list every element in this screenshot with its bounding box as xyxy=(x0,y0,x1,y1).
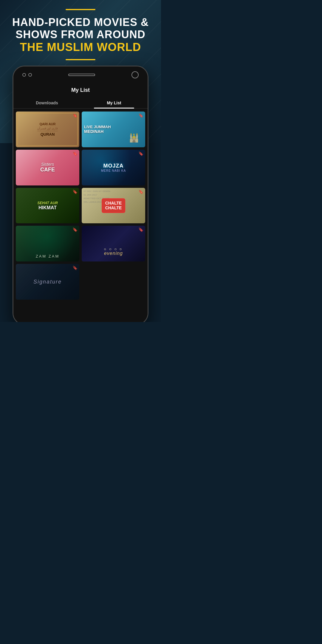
bookmark-icon[interactable]: 🔖 xyxy=(72,113,78,118)
zamzam-title: ZAM ZAM xyxy=(36,254,60,258)
hero-accent-top xyxy=(66,9,95,10)
camera-dot-1 xyxy=(22,73,26,77)
card-title-line1: QARI AUR xyxy=(37,122,58,126)
jummah-title-2: MEDINAH xyxy=(84,129,103,134)
signature-title: Signature xyxy=(33,279,62,285)
bookmark-icon[interactable]: 🔖 xyxy=(138,227,143,232)
list-item[interactable]: MOJZA MERE NABI KA 🔖 xyxy=(82,150,145,185)
list-item[interactable]: 07 DEC 2009 NY 093654 01 JAN 2017 ADMITT… xyxy=(82,188,145,224)
bookmark-icon[interactable]: 🔖 xyxy=(72,265,78,270)
hero-title-line2: SHOWS FROM AROUND xyxy=(0,28,161,41)
sehat-title-2: HIKMAT xyxy=(38,205,57,210)
phone-front-camera xyxy=(131,71,139,78)
list-item[interactable]: Signature 🔖 xyxy=(16,264,79,300)
phone-top-bar xyxy=(13,66,148,83)
list-item[interactable]: ZAM ZAM 🔖 xyxy=(16,226,79,261)
sehat-title-1: SEHAT aur xyxy=(37,201,58,205)
hero-title-line1: HAND-PICKED MOVIES & xyxy=(0,16,161,28)
sisters-title-main: CAFE xyxy=(40,167,55,173)
sisters-title-italic: Sisters xyxy=(41,162,54,167)
tab-downloads[interactable]: Downloads xyxy=(13,97,80,108)
card-urdu-text: قاری اور قسرآن xyxy=(37,127,58,130)
mojza-title-1: MOJZA xyxy=(103,163,124,169)
mojza-title-2: MERE NABI KA xyxy=(101,169,126,172)
chalte-title-1: CHALTE xyxy=(105,201,122,206)
media-grid: QARI AUR قاری اور قسرآن QURAN 🔖 🕌 LIVE xyxy=(16,112,145,300)
app-screen: My List Downloads My List xyxy=(13,83,148,322)
evening-title: evening xyxy=(82,251,145,256)
jummah-title-1: LIVE JUMMAH xyxy=(84,125,111,129)
camera-dot-2 xyxy=(28,73,32,77)
chalte-title-2: CHALTE xyxy=(105,206,122,211)
list-item[interactable]: Sisters CAFE 🔖 xyxy=(16,150,79,185)
bookmark-icon[interactable]: 🔖 xyxy=(72,189,78,194)
card-title-line2: QURAN xyxy=(37,131,58,137)
phone-frame: My List Downloads My List xyxy=(13,66,148,322)
tab-my-list[interactable]: My List xyxy=(80,97,148,108)
bookmark-icon[interactable]: 🔖 xyxy=(138,189,143,194)
bookmark-icon[interactable]: 🔖 xyxy=(72,227,78,232)
bookmark-icon[interactable]: 🔖 xyxy=(138,151,143,156)
bookmark-icon[interactable]: 🔖 xyxy=(72,151,78,156)
list-item[interactable]: 🕌 LIVE JUMMAH MEDINAH 🔖 xyxy=(82,112,145,147)
list-item[interactable]: QARI AUR قاری اور قسرآن QURAN 🔖 xyxy=(16,112,79,147)
content-grid[interactable]: QARI AUR قاری اور قسرآن QURAN 🔖 🕌 LIVE xyxy=(13,109,148,322)
list-item[interactable]: G O O D evening 🔖 xyxy=(82,226,145,261)
phone-cameras xyxy=(22,73,32,77)
tab-bar: Downloads My List xyxy=(13,97,148,109)
list-item[interactable]: SEHAT aur HIKMAT 🔖 xyxy=(16,188,79,224)
app-header: My List Downloads My List xyxy=(13,83,148,109)
phone-speaker xyxy=(68,74,95,76)
bookmark-icon[interactable]: 🔖 xyxy=(138,113,143,118)
app-title: My List xyxy=(13,87,148,93)
good-title: G O O D xyxy=(82,248,145,251)
hero-title-line3: THE MUSLIM WORLD xyxy=(0,41,161,54)
hero-accent-bottom xyxy=(66,59,95,60)
